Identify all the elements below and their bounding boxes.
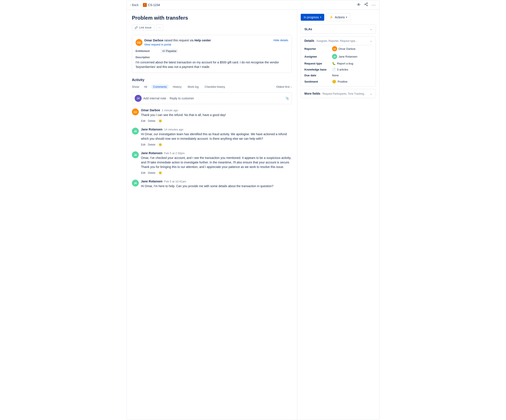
reporter-name: Omar Darboe xyxy=(339,47,356,51)
edit-comment-link[interactable]: Edit xyxy=(141,143,146,146)
status-button[interactable]: In progress ▾ xyxy=(301,14,324,21)
filter-checklist[interactable]: Checklist history xyxy=(203,84,227,89)
knowledge-base-label: Knowledge base xyxy=(304,68,330,71)
edit-comment-link[interactable]: Edit xyxy=(141,119,146,123)
slas-section: SLAs ⌄ xyxy=(301,25,376,34)
status-chevron-icon: ▾ xyxy=(320,16,321,18)
comment-author-avatar: JR xyxy=(132,180,139,187)
svg-text:OD: OD xyxy=(333,48,336,50)
details-title: Details xyxy=(304,39,314,42)
comment-input-box[interactable]: JR Add internal note / Reply to customer… xyxy=(132,92,292,104)
filter-all[interactable]: All xyxy=(142,84,149,89)
reply-to-customer-tab[interactable]: Reply to customer xyxy=(170,97,194,100)
assignee-name: Jane Rotansen xyxy=(339,55,357,58)
status-label: In progress xyxy=(304,15,319,19)
more-fields-section: More fields Request Participants, Time T… xyxy=(301,89,376,98)
tag-icon: 🏷 xyxy=(162,49,165,53)
comment-author: Omar Darboe xyxy=(141,109,160,112)
sentiment-row: Sentiment 🙂 Positive xyxy=(304,80,372,84)
sentiment-value: Positive xyxy=(338,80,347,83)
svg-text:JR: JR xyxy=(134,182,137,185)
share-icon[interactable] xyxy=(364,2,368,7)
comment-body: Jane Rotansen Feb 5 at 2:30pm Omar, I've… xyxy=(141,151,292,175)
view-portal-link[interactable]: View request in portal xyxy=(144,43,211,46)
more-fields-chevron-icon: ⌄ xyxy=(370,92,372,95)
request-type-row: Request type 🐛 Report a bug xyxy=(304,62,372,65)
comment-author-avatar: OD xyxy=(132,109,139,115)
due-date-label: Due date xyxy=(304,74,330,77)
svg-text:JR: JR xyxy=(134,154,137,156)
comment-author-avatar: JR xyxy=(132,128,139,135)
current-user-avatar: JR xyxy=(135,95,142,102)
back-button[interactable]: ‹ Back xyxy=(130,3,139,7)
svg-text:JR: JR xyxy=(333,56,336,58)
description-text: I'm concerned about the latest transacti… xyxy=(136,60,288,69)
details-subtitle: Assignee, Reporter, Request type... xyxy=(316,39,357,42)
reporter-avatar: OD xyxy=(332,46,337,51)
attach-icon[interactable]: 📎 xyxy=(285,97,289,100)
more-button[interactable]: ··· xyxy=(156,24,163,31)
ticket-type-icon: ! xyxy=(143,3,147,7)
comment-thread: OD Omar Darboe 1 minute ago Thank you I … xyxy=(132,109,292,190)
details-chevron-icon: ⌄ xyxy=(370,39,372,42)
help-center-link[interactable]: Help center xyxy=(194,39,211,42)
knowledge-base-value: 3 articles xyxy=(337,68,348,71)
svg-text:OD: OD xyxy=(137,41,141,44)
sort-button[interactable]: Oldest first ↓ xyxy=(276,85,292,88)
comment-body: Jane Rotansen Feb 5 at 10:41am Hi Omar, … xyxy=(141,180,292,190)
slas-title: SLAs xyxy=(304,27,312,31)
svg-text:JR: JR xyxy=(137,97,140,100)
emoji-react-button[interactable]: 🙂 xyxy=(158,171,163,175)
delete-comment-link[interactable]: Delete xyxy=(148,171,155,174)
filter-worklog[interactable]: Work log xyxy=(186,84,200,89)
comment-text: Hi Omar, I'm here to help. Can you provi… xyxy=(141,184,292,188)
reporter-row: Reporter OD Omar Darboe xyxy=(304,46,372,51)
ticket-icon-text: ! xyxy=(144,4,145,6)
lightning-icon: ⚡ xyxy=(329,15,333,19)
details-header[interactable]: Details Assignee, Reporter, Request type… xyxy=(301,36,376,45)
more-fields-header[interactable]: More fields Request Participants, Time T… xyxy=(301,89,376,98)
more-actions-icon[interactable]: ··· xyxy=(372,2,376,7)
link-issue-label: Link issue xyxy=(139,26,152,29)
bug-icon: 🐛 xyxy=(332,62,336,65)
svg-point-1 xyxy=(365,4,366,5)
assignee-avatar: JR xyxy=(332,54,337,59)
comment-author-avatar: JR xyxy=(132,151,139,158)
comment-author: Jane Rotansen xyxy=(141,180,163,183)
comment-text: Thank you I can see the refund. No that … xyxy=(141,113,292,117)
comment-item: JR Jane Rotansen Feb 5 at 10:41am Hi Oma… xyxy=(132,180,292,190)
assignee-label: Assignee xyxy=(304,55,330,58)
comment-author: Jane Rotansen xyxy=(141,128,163,131)
edit-comment-link[interactable]: Edit xyxy=(141,171,146,174)
comment-time: 14 minutes ago xyxy=(164,128,184,131)
entitlement-value: 🏷 Paywise xyxy=(161,49,178,53)
back-arrow-icon: ‹ xyxy=(130,3,131,6)
svg-text:JR: JR xyxy=(134,130,137,133)
sentiment-icon: 🙂 xyxy=(332,80,336,84)
actions-button[interactable]: ⚡ Actions ▾ xyxy=(326,13,350,21)
tab-divider: / xyxy=(167,97,168,100)
delete-comment-link[interactable]: Delete xyxy=(148,119,155,123)
emoji-react-button[interactable]: 🙂 xyxy=(158,142,163,147)
add-internal-note-tab[interactable]: Add internal note xyxy=(143,97,166,100)
slas-header[interactable]: SLAs ⌄ xyxy=(301,25,376,33)
filter-comments[interactable]: Comments xyxy=(152,84,169,89)
page-title: Problem with transfers xyxy=(132,15,292,21)
sentiment-label: Sentiment xyxy=(304,80,330,83)
emoji-react-button[interactable]: 🙂 xyxy=(158,119,163,123)
svg-line-3 xyxy=(366,5,367,5)
link-issue-button[interactable]: Link issue xyxy=(132,24,154,31)
requester-name: Omar Darboe xyxy=(144,39,163,42)
comment-item: JR Jane Rotansen 14 minutes ago Hi Omar,… xyxy=(132,128,292,147)
sort-icon: ↓ xyxy=(291,85,292,88)
watch-icon[interactable]: 👁 xyxy=(357,3,361,7)
details-section: Details Assignee, Reporter, Request type… xyxy=(301,36,376,86)
ticket-badge: ! CS-1234 xyxy=(143,3,160,7)
hide-details-link[interactable]: Hide details xyxy=(273,39,288,42)
description-label: Description xyxy=(136,56,288,59)
filter-history[interactable]: History xyxy=(171,84,183,89)
delete-comment-link[interactable]: Delete xyxy=(148,143,155,146)
svg-line-4 xyxy=(366,3,367,4)
entitlement-label: Entitlement xyxy=(136,50,157,53)
comment-body: Omar Darboe 1 minute ago Thank you I can… xyxy=(141,109,292,123)
